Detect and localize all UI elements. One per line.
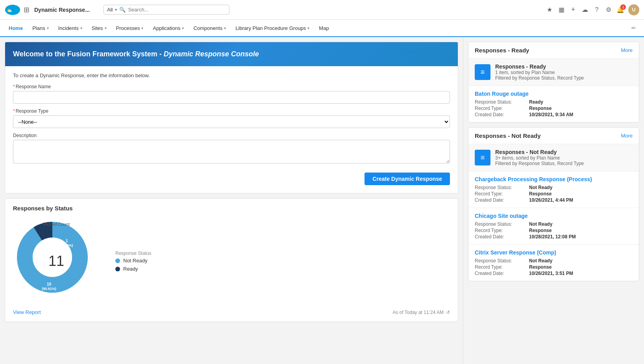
legend-item-not-ready: Not Ready — [115, 258, 450, 264]
nav-label-processes: Processes — [116, 25, 140, 31]
avatar[interactable]: U — [628, 4, 639, 15]
list-header-title-ready: Responses - Ready — [495, 63, 584, 70]
date-value-1: 10/28/2021, 9:34 AM — [529, 112, 633, 117]
nav-item-home[interactable]: Home — [5, 20, 27, 37]
responses-not-ready-section: Responses - Not Ready More ≡ Responses -… — [468, 127, 639, 281]
baton-rouge-meta: Response Status: Ready Record Type: Resp… — [475, 99, 633, 117]
search-dropdown-icon[interactable]: ▾ — [115, 7, 117, 12]
edit-nav-icon[interactable]: ✏ — [628, 25, 639, 31]
chart-legend-area: Response Status Not Ready Ready — [115, 251, 450, 272]
chevron-sites: ▾ — [105, 26, 107, 30]
responses-ready-list-header: ≡ Responses - Ready 1 item, sorted by Pl… — [468, 59, 639, 86]
baton-rouge-title[interactable]: Baton Rouge outage — [475, 91, 633, 97]
chevron-incidents: ▾ — [80, 26, 82, 30]
response-name-group: *Response Name — [13, 84, 450, 104]
cloud-icon[interactable]: ☁ — [581, 6, 589, 14]
chevron-applications: ▾ — [182, 26, 184, 30]
gear-icon[interactable]: ⚙ — [605, 6, 613, 14]
citrix-meta: Response Status: Not Ready Record Type: … — [475, 258, 633, 276]
legend-dot-not-ready — [115, 258, 120, 263]
date-value-ch: 10/28/2021, 12:08 PM — [529, 234, 633, 240]
citrix-title[interactable]: Citrix Server Response (Comp) — [475, 249, 633, 256]
left-panel: Welcome to the Fusion Framework System -… — [0, 37, 463, 364]
type-value-ci: Response — [529, 264, 633, 270]
search-icon: 🔍 — [119, 7, 126, 13]
welcome-title: Welcome to the Fusion Framework System -… — [13, 50, 450, 58]
responses-not-ready-list-header: ≡ Responses - Not Ready 3+ items, sorted… — [468, 144, 639, 171]
list-header-sub1-ready: 1 item, sorted by Plan Name — [495, 70, 584, 75]
required-star: * — [13, 84, 15, 89]
status-value-1: Ready — [529, 99, 633, 105]
nav-label-sites: Sites — [92, 25, 103, 31]
nav-item-applications[interactable]: Applications ▾ — [149, 20, 188, 37]
donut-center-value: 11 — [48, 253, 64, 269]
nav-item-map[interactable]: Map — [315, 20, 333, 37]
nav-item-incidents[interactable]: Incidents ▾ — [54, 20, 86, 37]
responses-ready-more-link[interactable]: More — [621, 47, 633, 53]
nav-item-processes[interactable]: Processes ▾ — [112, 20, 148, 37]
welcome-title-text: Welcome to the Fusion Framework System - — [13, 50, 164, 58]
list-icon-symbol-nr: ≡ — [481, 154, 485, 162]
top-nav: ⛅ ⊞ Dynamic Response... All ▾ 🔍 ★ ▦ + ☁ … — [0, 0, 644, 20]
view-report-link[interactable]: View Report — [13, 309, 41, 315]
app-grid-icon[interactable]: ⊞ — [24, 6, 30, 14]
nav-item-plans[interactable]: Plans ▾ — [28, 20, 53, 37]
description-textarea[interactable] — [13, 140, 450, 163]
star-icon[interactable]: ★ — [546, 6, 553, 14]
create-dynamic-response-button[interactable]: Create Dynamic Response — [365, 173, 450, 185]
plus-icon[interactable]: + — [569, 6, 577, 14]
legend-item-ready: Ready — [115, 266, 450, 272]
app-name: Dynamic Response... — [34, 7, 97, 13]
refresh-icon[interactable]: ↺ — [446, 310, 450, 315]
date-label-ci: Created Date: — [475, 271, 526, 276]
nav-label-library: Library Plan Procedure Groups — [235, 25, 306, 31]
status-value-cb: Not Ready — [529, 185, 633, 190]
list-header-text-not-ready: Responses - Not Ready 3+ items, sorted b… — [495, 149, 584, 166]
chargeback-title[interactable]: Chargeback Processing Response (Process) — [475, 176, 633, 182]
date-value-cb: 10/26/2021, 4:44 PM — [529, 197, 633, 203]
date-label-cb: Created Date: — [475, 197, 526, 203]
nav-item-components[interactable]: Components ▾ — [189, 20, 230, 37]
search-input[interactable] — [128, 7, 226, 13]
nav-label-home: Home — [9, 25, 23, 31]
chart-footer: View Report As of Today at 11:24 AM ↺ — [13, 309, 450, 315]
list-header-text-ready: Responses - Ready 1 item, sorted by Plan… — [495, 63, 584, 81]
response-type-label: *Response Type — [13, 108, 450, 114]
nav-label-components: Components — [193, 25, 222, 31]
type-label-cb: Record Type: — [475, 191, 526, 197]
chart-area: Record Count 11 1(9.09%) 10(90.91%) — [13, 218, 450, 305]
response-name-input[interactable] — [13, 91, 450, 104]
chicago-title[interactable]: Chicago Site outage — [475, 213, 633, 219]
status-label-cb: Response Status: — [475, 185, 526, 190]
chargeback-meta: Response Status: Not Ready Record Type: … — [475, 185, 633, 203]
responses-not-ready-more-link[interactable]: More — [621, 133, 633, 139]
response-name-label: *Response Name — [13, 84, 450, 89]
type-value-ch: Response — [529, 228, 633, 233]
notification-count: 1 — [620, 4, 626, 10]
date-value-ci: 10/26/2021, 3:51 PM — [529, 271, 633, 276]
response-type-select[interactable]: --None-- — [13, 115, 450, 128]
welcome-header: Welcome to the Fusion Framework System -… — [5, 42, 458, 66]
form-hint: To create a Dynamic Response, enter the … — [13, 72, 450, 78]
notification-bell[interactable]: 🔔 1 — [616, 6, 624, 14]
nav-item-sites[interactable]: Sites ▾ — [88, 20, 111, 37]
form-actions: Create Dynamic Response — [13, 169, 450, 185]
help-icon[interactable]: ? — [593, 6, 601, 14]
welcome-card: Welcome to the Fusion Framework System -… — [5, 42, 458, 193]
legend-label-ready: Ready — [123, 266, 138, 272]
svg-text:⛅: ⛅ — [7, 7, 12, 13]
welcome-body: To create a Dynamic Response, enter the … — [5, 66, 458, 193]
responses-ready-title: Responses - Ready — [475, 47, 529, 54]
list-header-title-not-ready: Responses - Not Ready — [495, 149, 584, 155]
chart-title: Responses by Status — [13, 205, 450, 212]
salesforce-logo[interactable]: ⛅ — [5, 4, 20, 15]
description-label: Description — [13, 133, 450, 138]
chevron-plans: ▾ — [47, 26, 49, 30]
grid-icon[interactable]: ▦ — [557, 6, 565, 14]
top-nav-right: ★ ▦ + ☁ ? ⚙ 🔔 1 U — [546, 4, 639, 15]
status-value-ci: Not Ready — [529, 258, 633, 264]
chart-card: Responses by Status Record Count — [5, 198, 458, 322]
search-scope[interactable]: All — [107, 7, 113, 13]
nav-item-library[interactable]: Library Plan Procedure Groups ▾ — [231, 20, 313, 37]
record-count-label: Record Count — [43, 222, 70, 227]
